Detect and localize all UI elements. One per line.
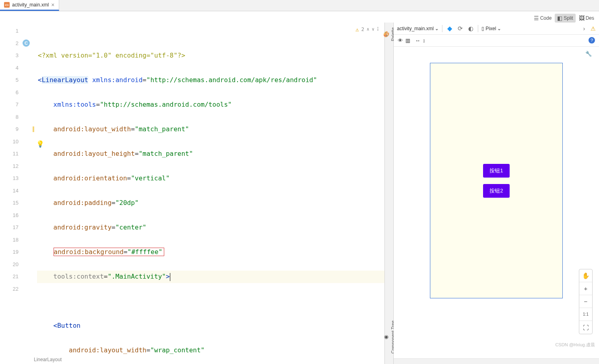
breadcrumb-path[interactable]: LinearLayout [34, 357, 62, 362]
chevron-down-icon: ⌄ [435, 26, 439, 31]
device-frame[interactable]: 按钮1 按钮2 [430, 63, 563, 298]
xml-file-icon: <> [4, 2, 10, 8]
watermark-text: CSDN @Hxiug.虚晨 [555, 342, 595, 348]
line-gutter: 1 2C 3 4 5 6 7 8 9 10💡 11 12 13 14 15 16… [0, 23, 33, 364]
line-num: 4 [0, 62, 33, 74]
more-icon[interactable]: ⠇ [377, 23, 380, 36]
line-num: 22 [0, 283, 33, 296]
line-num: 17 [0, 221, 33, 234]
night-icon[interactable]: ◐ [467, 25, 475, 33]
orientation-icon[interactable]: ⟳ [456, 25, 464, 33]
line-num: 15 [0, 197, 33, 209]
image-icon: 🖼 [579, 15, 585, 21]
inspection-indicator[interactable]: ⚠2 ∧ ∨ ⠇ [355, 23, 380, 36]
class-badge: C [23, 39, 30, 47]
line-num: 6 [0, 87, 33, 99]
list-icon: ☰ [534, 15, 539, 21]
view-split-button[interactable]: ◧Split [555, 14, 575, 23]
preview-button-1[interactable]: 按钮1 [483, 164, 509, 178]
chevron-down-icon[interactable]: ∨ [372, 23, 374, 36]
line-num: 14 [0, 185, 33, 197]
line-num: 19 [0, 246, 33, 259]
line-num: 20 [0, 259, 33, 271]
line-num: 16 [0, 209, 33, 222]
preview-button-2[interactable]: 按钮2 [483, 184, 509, 198]
chevron-down-icon: ⌄ [497, 26, 501, 31]
view-code-button[interactable]: ☰Code [531, 14, 554, 23]
line-num: 3 [0, 50, 33, 62]
split-icon: ◧ [557, 15, 562, 21]
line-num: 10💡 [0, 136, 33, 148]
line-num: 11 [0, 148, 33, 160]
palette-icon: 🎨 [383, 31, 389, 37]
line-num: 9 [0, 123, 33, 136]
hresize-icon[interactable]: ↔ [415, 37, 420, 43]
line-num: 12 [0, 160, 33, 173]
help-icon[interactable]: ? [589, 37, 595, 43]
preview-file-dropdown[interactable]: activity_main.xml ⌄ [397, 26, 439, 31]
design-preview-pane: activity_main.xml ⌄ ◆ ⟳ ◐ ▯ Pixel ⌄ › ⚠ … [394, 23, 599, 364]
side-tool-tabs: 🎨Palette ◉Component Tree [385, 23, 394, 364]
text-cursor [170, 273, 170, 281]
line-num: 7 [0, 99, 33, 111]
file-tab[interactable]: <> activity_main.xml × [0, 0, 59, 11]
chevron-up-icon[interactable]: ∧ [367, 23, 370, 36]
close-tab-icon[interactable]: × [51, 2, 54, 8]
zoom-out-button[interactable]: − [579, 295, 592, 308]
code-editor-pane: 1 2C 3 4 5 6 7 8 9 10💡 11 12 13 14 15 16… [0, 23, 385, 364]
preview-toolbar-second: 👁 ▥ ↔ ↕ [394, 35, 599, 47]
warning-icon[interactable]: ⚠ [591, 25, 596, 32]
tree-icon: ◉ [383, 334, 389, 340]
line-num: 8 [0, 111, 33, 124]
line-num: 13 [0, 172, 33, 185]
columns-icon[interactable]: ▥ [405, 37, 410, 43]
line-num: 5 [0, 74, 33, 87]
design-surface-icon[interactable]: ◆ [446, 25, 454, 33]
chevron-right-icon[interactable]: › [580, 25, 588, 33]
horizontal-scrollbar[interactable] [394, 358, 599, 364]
preview-toolbar-top: activity_main.xml ⌄ ◆ ⟳ ◐ ▯ Pixel ⌄ › ⚠ [394, 23, 599, 35]
zoom-11-button[interactable]: 1:1 [579, 308, 592, 321]
pan-icon[interactable]: ✋ [579, 269, 592, 282]
zoom-fit-button[interactable]: ⛶ [579, 321, 592, 334]
line-num: 1 [0, 25, 33, 37]
line-num: 2C [0, 37, 33, 50]
error-highlight-box: android:background="#ffffee" [54, 248, 165, 256]
vresize-icon[interactable]: ↕ [423, 37, 425, 43]
phone-icon: ▯ [481, 26, 484, 31]
zoom-controls: ✋ + − 1:1 ⛶ [579, 269, 593, 334]
preview-canvas[interactable]: 🔧 按钮1 按钮2 ✋ + − 1:1 ⛶ [394, 47, 599, 358]
view-design-button[interactable]: 🖼Des [576, 14, 597, 23]
warning-icon: ⚠ [355, 23, 359, 36]
device-dropdown[interactable]: ▯ Pixel ⌄ [481, 26, 501, 31]
wrench-icon[interactable]: 🔧 [585, 51, 592, 57]
line-num: 21 [0, 271, 33, 283]
eye-icon[interactable]: 👁 [398, 37, 403, 43]
zoom-in-button[interactable]: + [579, 282, 592, 295]
line-num: 18 [0, 234, 33, 246]
code-text-area[interactable]: ⚠2 ∧ ∨ ⠇ <?xml version="1.0" encoding="u… [33, 23, 384, 364]
tab-filename: activity_main.xml [12, 2, 49, 8]
